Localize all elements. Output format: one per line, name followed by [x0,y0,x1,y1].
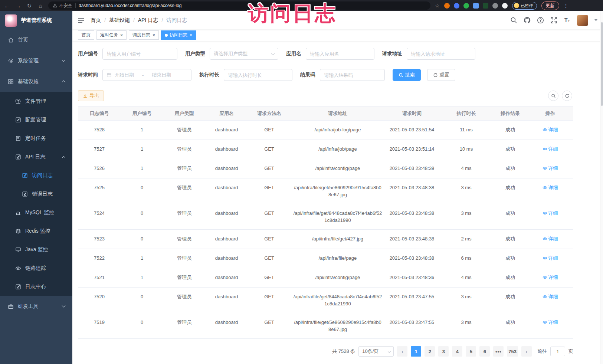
goto-page-input[interactable] [550,347,565,356]
app-name-input[interactable] [306,48,374,60]
export-button-label: 导出 [89,92,99,99]
sidebar-item-链路追踪[interactable]: 链路追踪 [0,259,72,278]
sidebar-item-定时任务[interactable]: 定时任务 [0,129,72,148]
tab-访问日志[interactable]: 访问日志× [161,30,196,40]
detail-link[interactable]: 详细 [543,293,558,300]
fullscreen-icon[interactable] [550,17,557,24]
table-cell: dashboard [205,288,248,313]
address-bar[interactable]: 不安全 dashboard.yudao.iocoder.cn/infra/log… [48,1,430,10]
next-page-button[interactable]: › [521,346,532,357]
hamburger-icon[interactable] [78,18,85,23]
refresh-button[interactable] [562,91,572,101]
avatar[interactable] [577,15,588,26]
forward-icon[interactable]: → [15,3,22,9]
sidebar-item-配置管理[interactable]: 配置管理 [0,111,72,129]
sidebar-item-API 日志[interactable]: API 日志 [0,148,72,166]
detail-link[interactable]: 详细 [543,210,558,217]
detail-link[interactable]: 详细 [543,274,558,281]
table-cell: 6 ms [439,249,494,268]
prev-page-button[interactable]: ‹ [397,346,407,357]
breadcrumb-item[interactable]: 基础设施 [109,17,130,24]
home-icon[interactable]: ⌂ [37,3,44,9]
toggle-search-button[interactable] [548,91,558,101]
table-cell: GET [248,121,291,140]
sidebar-item-研发工具[interactable]: 研发工具 [0,296,72,317]
github-icon[interactable] [524,17,531,24]
browser-update-button[interactable]: 更新 [541,1,559,10]
chevron-up-icon [62,81,66,84]
help-icon[interactable] [537,17,544,24]
more-pages-icon[interactable]: ••• [493,346,504,357]
page-button-3[interactable]: 3 [438,346,449,357]
extension-pinwheel-icon[interactable] [502,3,508,9]
sidebar-item-系统管理[interactable]: 系统管理 [0,50,72,71]
breadcrumb-item[interactable]: 首页 [91,17,101,24]
sidebar-item-日志中心[interactable]: 日志中心 [0,278,72,296]
export-button[interactable]: 导出 [78,90,104,101]
tab-调度日志[interactable]: 调度日志× [129,30,159,40]
search-button[interactable]: 搜索 [393,69,421,81]
table-cell: 成功 [494,178,527,204]
duration-input[interactable] [224,69,292,81]
page-button-753[interactable]: 753 [507,346,518,357]
detail-link[interactable]: 详细 [543,126,558,133]
sidebar-item-文件管理[interactable]: 文件管理 [0,92,72,111]
sidebar-item-Java 监控[interactable]: Java 监控 [0,240,72,259]
extension-orange-icon[interactable] [444,3,450,9]
profile-paused-badge[interactable]: 已暂停 [512,2,537,10]
reload-icon[interactable]: ↻ [26,3,33,9]
page-button-2[interactable]: 2 [425,346,435,357]
page-button-1[interactable]: 1 [411,346,421,357]
request-url-input[interactable] [407,48,475,60]
close-icon[interactable]: × [120,33,123,37]
user-type-select[interactable]: 请选择用户类型 [210,48,278,60]
detail-link[interactable]: 详细 [543,145,558,153]
font-size-icon[interactable]: TT [564,17,571,24]
sidebar-item-错误日志[interactable]: 错误日志 [0,185,72,203]
sidebar-item-首页[interactable]: 首页 [0,30,72,50]
sidebar-item-MySQL 监控[interactable]: MySQL 监控 [0,203,72,222]
extension-puzzle-icon[interactable] [473,3,479,9]
table-cell: dashboard [205,178,248,204]
sidebar-item-Redis 监控[interactable]: Redis 监控 [0,222,72,240]
reset-button[interactable]: 重置 [427,69,455,81]
detail-link[interactable]: 详细 [543,319,558,326]
scrollbar[interactable] [600,11,603,364]
back-icon[interactable]: ← [4,3,10,9]
close-icon[interactable]: × [190,33,192,37]
date-range-picker[interactable]: 开始日期 - 结束日期 [102,69,191,81]
tab-首页[interactable]: 首页 [78,30,94,40]
detail-link[interactable]: 详细 [543,255,558,262]
extension-dark-green-icon[interactable] [483,3,488,9]
result-code-input[interactable] [320,69,385,81]
bookmark-star-icon[interactable]: ☆ [435,3,440,9]
page-button-4[interactable]: 4 [452,346,462,357]
user-id-input[interactable] [102,48,177,60]
page-button-5[interactable]: 5 [466,346,476,357]
close-icon[interactable]: × [153,33,155,37]
caret-down-icon[interactable] [594,19,597,21]
detail-link[interactable]: 详细 [543,235,558,242]
search-icon[interactable] [510,17,517,24]
page-size-select[interactable]: 10条/页 [358,346,394,357]
app-logo-row[interactable]: 芋道管理系统 [0,11,72,30]
result-code-label: 结果码 [300,72,315,78]
extension-green-icon[interactable] [463,3,469,9]
detail-link[interactable]: 详细 [543,165,558,172]
not-secure-warning[interactable]: 不安全 [53,3,72,9]
table-cell: 1 [121,268,163,287]
sidebar-item-访问日志[interactable]: 访问日志 [0,166,72,185]
tab-定时任务[interactable]: 定时任务× [96,30,127,40]
browser-menu-icon[interactable]: ⋮ [564,3,568,9]
page-button-6[interactable]: 6 [479,346,490,357]
extension-gray-icon[interactable] [492,3,498,9]
table-cell: GET [248,313,291,338]
detail-link[interactable]: 详细 [543,184,558,191]
table-cell: dashboard [205,204,248,229]
sidebar-item-基础设施[interactable]: 基础设施 [0,71,72,92]
table-cell: GET [248,159,291,178]
extension-shield-icon[interactable] [454,3,459,9]
breadcrumb-item[interactable]: API 日志 [138,17,158,24]
table-cell: dashboard [205,159,248,178]
scrollbar-thumb[interactable] [601,22,603,106]
